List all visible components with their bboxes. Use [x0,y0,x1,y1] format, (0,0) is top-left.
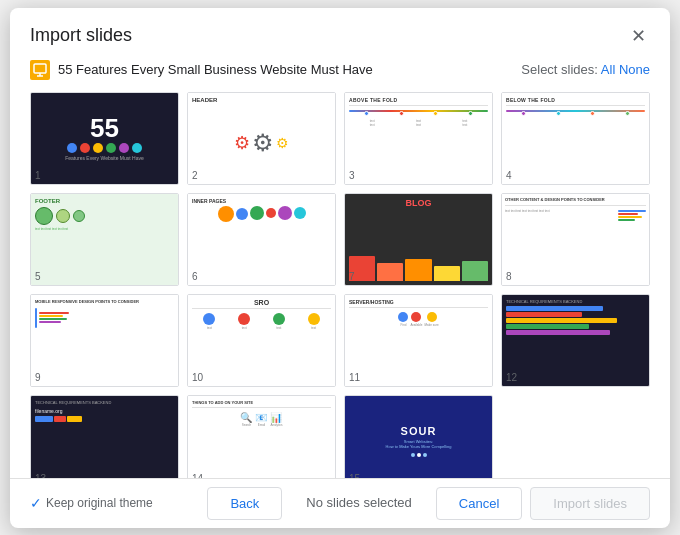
presentation-title: 55 Features Every Small Business Website… [58,62,373,77]
select-none-link[interactable]: None [619,62,650,77]
dialog-title: Import slides [30,25,132,46]
svg-rect-0 [34,64,46,73]
slide-number: 3 [349,170,355,181]
slide-number: 11 [349,372,360,383]
import-button: Import slides [530,487,650,520]
slide-number: 9 [35,372,41,383]
slide-thumb[interactable]: ABOVE THE FOLD texttext t [344,92,493,185]
slide-thumb[interactable]: SRO text text [187,294,336,387]
slide-thumb[interactable]: SOUR Smart Websites:How to Make Yours Mo… [344,395,493,478]
status-label: No slides selected [290,487,428,520]
select-label: Select slides: [521,62,598,77]
select-links: Select slides: All None [521,62,650,77]
slide-1-content: 55 Features Every Website Must Have [31,93,178,184]
slide-number: 5 [35,271,41,282]
slide-number: 1 [35,170,41,181]
slide-number: 4 [506,170,512,181]
keep-theme-option: ✓ Keep original theme [30,495,153,511]
slide-thumb[interactable]: OTHER CONTENT & DESIGN POINTS TO CONSIDE… [501,193,650,286]
dialog-header: Import slides ✕ [10,8,670,56]
presentation-icon [30,60,50,80]
slide-thumb[interactable]: BLOG 7 [344,193,493,286]
slide-number: 7 [349,271,355,282]
slide-thumb[interactable]: THINGS TO ADD ON YOUR SITE 🔍 Search 📧 Em… [187,395,336,478]
slide-number: 14 [192,473,203,478]
slide-number: 6 [192,271,198,282]
slide-number: 13 [35,473,46,478]
slide-number: 8 [506,271,512,282]
import-slides-dialog: Import slides ✕ 55 Features Every Small … [10,8,670,528]
sour-title: SOUR [401,425,437,437]
slide-thumb[interactable]: MOBILE RESPONSIVE DESIGN POINTS TO CONSI… [30,294,179,387]
slide-thumb[interactable]: TECHNICAL REQUIREMENTS BACKEND 12 [501,294,650,387]
slide-thumb[interactable]: INNER PAGES 6 [187,193,336,286]
subtitle-bar: 55 Features Every Small Business Website… [10,56,670,88]
close-button[interactable]: ✕ [626,24,650,48]
subtitle-left: 55 Features Every Small Business Website… [30,60,373,80]
slide-thumb[interactable]: TECHNICAL REQUIREMENTS BACKEND filename.… [30,395,179,478]
select-all-link[interactable]: All [601,62,615,77]
slide-number: 15 [349,473,360,478]
slides-scroll-area[interactable]: 55 Features Every Website Must Have [10,88,670,478]
slide-thumb[interactable]: SERVER/HOSTING Find Available [344,294,493,387]
slide-thumb[interactable]: 55 Features Every Website Must Have [30,92,179,185]
footer-buttons: Back No slides selected Cancel Import sl… [207,487,650,520]
slide-thumb[interactable]: FOOTER text text text text text text 5 [30,193,179,286]
slides-grid: 55 Features Every Website Must Have [30,92,650,478]
slide-number: 2 [192,170,198,181]
slide-number: 12 [506,372,517,383]
slide-number: 10 [192,372,203,383]
slide-thumb[interactable]: BELOW THE FOLD 4 [501,92,650,185]
dialog-footer: ✓ Keep original theme Back No slides sel… [10,478,670,528]
slide-thumb[interactable]: HEADER ⚙ ⚙ ⚙ 2 [187,92,336,185]
keep-theme-label: Keep original theme [46,496,153,510]
cancel-button[interactable]: Cancel [436,487,522,520]
back-button[interactable]: Back [207,487,282,520]
checkmark-icon: ✓ [30,495,42,511]
